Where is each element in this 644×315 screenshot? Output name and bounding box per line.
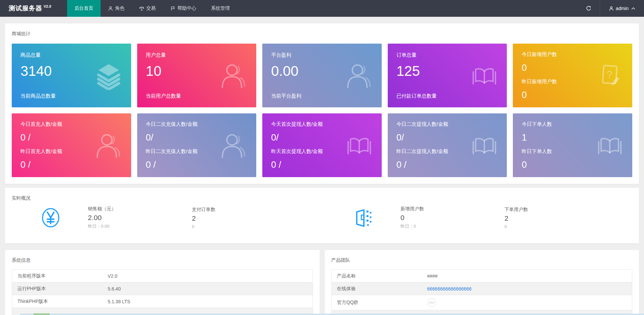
row-label: ThinkPHP版本 [12,299,108,305]
table-row: 官方QQ群 404 [332,295,632,310]
scales-icon [139,6,144,11]
card-label: 今日下单人数 [522,121,624,127]
panel-title: 商城统计 [12,30,632,37]
card-sub-label: 当前用户总数量 [146,93,248,99]
card-value: 0 / [20,160,122,170]
table-row: 在线体验 66666666666666666 [332,282,632,295]
nav-item-label: 交易 [146,5,156,11]
card-label: 昨日首充人数/金额 [20,148,122,155]
stat-label: 支付订单数 [192,207,296,213]
card-value: 0 / [20,133,122,143]
card-value: 0/ [271,133,373,143]
card-value: 0/ [396,133,498,143]
card-label: 用户总量 [146,52,248,58]
card-value: 1 [522,133,624,143]
stat-card-order-users-today: 今日下单人数 1 昨日下单人数 0 [513,113,632,177]
panel-title: 产品团队 [331,257,633,263]
navbar-right: admin [578,0,644,17]
stat-label: 销售额（元） [88,206,192,212]
bottom-scroll-strip [20,314,644,315]
online-demo-link[interactable]: 66666666666666666 [427,286,472,292]
system-info-table: 当前程序版本 V2.0 运行PHP版本 5.6.40 ThinkPHP版本 5.… [12,269,313,315]
stat-card-orders-total: 订单总量 125 已付款订单总数量 [388,44,507,107]
card-sub-label: 当前平台盈利 [271,93,373,99]
clipped-green-badge [34,313,50,315]
brand-title: 测试服务器 [9,4,42,13]
stat-card-products-total: 商品总量 3140 当前商品总数量 [12,44,131,107]
row-label: 在线体验 [332,286,427,292]
card-value: 3140 [20,63,122,79]
stat-card-second-withdraw: 今日二次提现人数/金额 0/ 昨日二次提现人数/金额 0 / [388,113,507,177]
card-value: 0 / [396,160,498,170]
product-team-table: 产品名称 #### 在线体验 66666666666666666 官方QQ群 4… [331,269,633,315]
row-label: 当前程序版本 [12,273,108,279]
row-value: 5.1.38 LTS [108,299,313,304]
refresh-button[interactable] [578,0,600,17]
card-value: 0.00 [271,63,373,79]
username: admin [616,6,629,11]
card-value: 0 / [146,160,248,170]
system-info-panel: 系统信息 当前程序版本 V2.0 运行PHP版本 5.6.40 ThinkPHP… [5,250,320,315]
nav-item-label: 角色 [115,5,124,11]
product-team-panel: 产品团队 产品名称 #### 在线体验 66666666666666666 官方… [325,250,639,315]
card-value: 0/ [146,133,248,143]
card-label: 今天首次提现人数/金额 [271,121,373,127]
card-label: 商品总量 [20,52,122,58]
table-row: 产品名称 #### [332,270,632,282]
card-label: 平台盈利 [271,52,373,58]
user-icon [609,6,614,11]
card-value: 0 [522,63,624,73]
top-navbar: 测试服务器 V2.0 后台首页 角色 交易 帮助中心 系统管理 admin [0,0,644,17]
stat-label: 新增用户数 [400,206,504,212]
panel-title: 实时概况 [12,195,632,201]
card-label: 昨天首次提现人数/金额 [271,148,373,155]
flag-icon [170,6,175,11]
card-label: 今日新增用户数 [522,51,624,58]
panel-title: 系统信息 [12,257,313,263]
building-icon [353,207,374,228]
realtime-row: 销售额（元） 2.00 昨日：0.00 支付订单数 2 0 新增用户数 0 昨日… [12,206,632,229]
card-label: 今日二次提现人数/金额 [396,121,498,127]
card-value: 125 [396,63,498,79]
stat-label: 下单用户数 [504,207,608,213]
nav-item-help-center[interactable]: 帮助中心 [163,0,204,17]
main-menu: 后台首页 角色 交易 帮助中心 系统管理 [67,0,237,17]
nav-item-trade[interactable]: 交易 [132,0,163,17]
stat-value: 0 [400,214,504,222]
card-label: 昨日下单人数 [522,148,624,155]
stat-value: 2.00 [88,214,192,222]
row-label: 运行PHP版本 [12,286,108,292]
row-value: 5.6.40 [108,286,313,292]
card-value: 0 [522,90,624,100]
nav-item-roles[interactable]: 角色 [101,0,132,17]
card-sub-label: 已付款订单总数量 [396,93,498,99]
realtime-stat-sales: 销售额（元） 2.00 昨日：0.00 [88,206,192,229]
card-value: 0 / [271,160,373,170]
nav-item-system[interactable]: 系统管理 [204,0,237,17]
realtime-stat-new-users: 新增用户数 0 昨日：0 [400,206,504,229]
stat-sub: 昨日：0.00 [88,223,192,229]
user-menu[interactable]: admin [600,0,644,17]
yen-circle-icon [40,207,61,228]
card-sub-label: 当前商品总数量 [20,93,122,99]
row-label: 官方QQ群 [332,300,427,306]
stat-card-first-recharge: 今日首充人数/金额 0 / 昨日首充人数/金额 0 / [12,113,131,177]
stat-value: 2 [504,214,608,222]
stat-card-users-total: 用户总量 10 当前用户总数量 [137,44,257,107]
nav-item-label: 系统管理 [211,5,230,11]
card-label: 今日二次充值人数/金额 [146,121,248,127]
brand-version: V2.0 [44,4,51,8]
stat-card-first-withdraw: 今天首次提现人数/金额 0/ 昨天首次提现人数/金额 0 / [262,113,382,177]
realtime-stat-order-users: 下单用户数 2 0 [504,207,608,229]
qq-group-404-badge: 404 [427,298,436,307]
stat-sub: 昨日：0 [400,223,504,229]
realtime-stat-paid-orders: 支付订单数 2 0 [192,207,296,229]
stat-value: 2 [192,214,296,222]
card-label: 昨日二次充值人数/金额 [146,148,248,155]
row-label: 产品名称 [332,273,427,279]
stat-card-new-users-today: 今日新增用户数 0 昨日新增用户数 0 [513,44,632,107]
card-value: 10 [146,63,248,79]
app-brand: 测试服务器 V2.0 [0,0,67,17]
person-icon [108,6,113,11]
nav-item-dashboard[interactable]: 后台首页 [67,0,101,17]
